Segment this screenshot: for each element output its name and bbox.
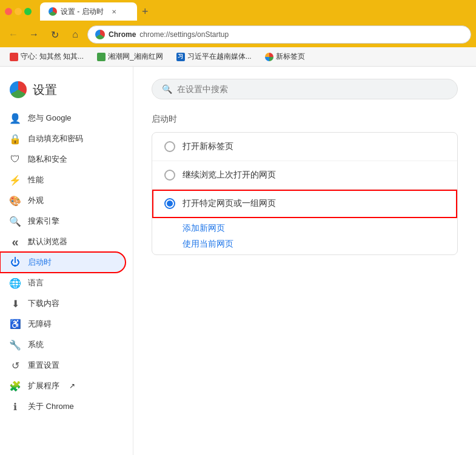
nav-bar: ← → ↻ ⌂ Chrome chrome://settings/onStart… <box>0 23 476 47</box>
bookmark-icon-xijinping: 习 <box>176 53 185 61</box>
sidebar-item-label: 隐私和安全 <box>28 154 67 165</box>
sidebar-item-label: 外观 <box>28 195 44 206</box>
extensions-icon: 🧩 <box>10 380 21 391</box>
sidebar-item-label: 启动时 <box>28 257 52 268</box>
download-icon: ⬇ <box>10 298 21 309</box>
window-min-btn[interactable] <box>15 8 22 15</box>
chrome-logo-icon <box>10 81 27 98</box>
sidebar-item-google[interactable]: 👤 您与 Google <box>0 108 126 128</box>
tab-favicon-icon <box>49 7 57 16</box>
sidebar-item-download[interactable]: ⬇ 下载内容 <box>0 293 126 314</box>
sidebar-item-label: 扩展程序 <box>28 380 59 391</box>
power-icon: ⏻ <box>10 257 21 268</box>
system-icon: 🔧 <box>10 339 21 350</box>
option-label-continue: 继续浏览上次打开的网页 <box>183 170 276 181</box>
external-link-icon: ↗ <box>69 382 75 390</box>
sidebar-item-label: 性能 <box>28 174 44 185</box>
bookmark-newtab[interactable]: 新标签页 <box>261 50 309 63</box>
sidebar-nav: 👤 您与 Google 🔒 自动填充和密码 🛡 隐私和安全 ⚡ 性能 🎨 <box>0 108 133 417</box>
add-new-page-link[interactable]: 添加新网页 <box>183 223 445 234</box>
sidebar-item-label: 搜索引擎 <box>28 216 59 227</box>
radio-continue[interactable] <box>164 170 175 181</box>
sidebar-title: 设置 <box>33 82 57 98</box>
window-close-btn[interactable] <box>5 8 12 15</box>
radio-specific[interactable] <box>164 198 175 209</box>
reset-icon: ↺ <box>10 360 21 371</box>
sidebar-item-extensions[interactable]: 🧩 扩展程序 ↗ <box>0 376 126 396</box>
new-tab-btn[interactable]: + <box>137 3 153 21</box>
info-icon: ℹ <box>10 401 21 412</box>
sidebar-item-label: 关于 Chrome <box>28 401 74 412</box>
bookmark-shuxin[interactable]: 守心: 知其然 知其... <box>6 50 87 63</box>
bookmark-xiangchao[interactable]: 湘潮网_湘南红网 <box>93 50 167 63</box>
sidebar: 设置 👤 您与 Google 🔒 自动填充和密码 🛡 隐私和安全 ⚡ 性能 <box>0 67 133 455</box>
sidebar-item-label: 默认浏览器 <box>28 236 67 247</box>
sidebar-item-search[interactable]: 🔍 搜索引擎 <box>0 211 126 231</box>
sub-links: 添加新网页 使用当前网页 <box>152 218 457 254</box>
address-bar[interactable]: Chrome chrome://settings/onStartup <box>87 25 471 44</box>
sidebar-item-autofill[interactable]: 🔒 自动填充和密码 <box>0 128 126 149</box>
tab-title: 设置 - 启动时 <box>61 7 104 17</box>
sidebar-item-label: 下载内容 <box>28 298 59 309</box>
option-label-specific: 打开特定网页或一组网页 <box>183 198 276 209</box>
address-brand: Chrome <box>109 30 136 39</box>
forward-btn[interactable]: → <box>25 26 42 43</box>
search-input[interactable] <box>177 84 448 94</box>
options-card: 打开新标签页 继续浏览上次打开的网页 打开特定网页或一组网页 添加新网页 使用当… <box>152 132 458 255</box>
window-max-btn[interactable] <box>24 8 32 15</box>
active-tab[interactable]: 设置 - 启动时 ✕ <box>40 2 137 21</box>
content-area: 设置 👤 您与 Google 🔒 自动填充和密码 🛡 隐私和安全 ⚡ 性能 <box>0 67 476 455</box>
sidebar-item-appearance[interactable]: 🎨 外观 <box>0 190 126 211</box>
sidebar-item-language[interactable]: 🌐 语言 <box>0 273 126 293</box>
use-current-page-link[interactable]: 使用当前网页 <box>183 239 445 250</box>
option-specific[interactable]: 打开特定网页或一组网页 <box>152 190 457 218</box>
title-bar: 设置 - 启动时 ✕ + <box>0 0 476 23</box>
sidebar-item-accessibility[interactable]: ♿ 无障碍 <box>0 314 126 334</box>
reload-btn[interactable]: ↻ <box>46 26 63 43</box>
accessibility-icon: ♿ <box>10 319 21 330</box>
sidebar-item-label: 无障碍 <box>28 319 52 330</box>
sidebar-item-label: 您与 Google <box>28 113 72 124</box>
address-url: chrome://settings/onStartup <box>139 30 229 39</box>
tab-bar: 设置 - 启动时 ✕ + <box>40 2 471 21</box>
radio-selected-dot <box>167 201 173 207</box>
sidebar-item-label: 重置设置 <box>28 360 59 371</box>
sidebar-item-default-browser[interactable]: « 默认浏览器 <box>0 231 126 252</box>
bookmark-label: 守心: 知其然 知其... <box>21 51 84 62</box>
search-bar[interactable]: 🔍 <box>152 79 458 99</box>
default-browser-icon: « <box>10 236 21 247</box>
home-btn[interactable]: ⌂ <box>67 26 84 43</box>
bookmark-label: 新标签页 <box>276 51 305 62</box>
sidebar-item-startup[interactable]: ⏻ 启动时 <box>0 252 126 273</box>
sidebar-item-label: 语言 <box>28 277 44 288</box>
performance-icon: ⚡ <box>10 174 21 185</box>
bookmark-icon-newtab <box>265 53 273 61</box>
lock-icon: 🔒 <box>10 133 21 144</box>
bookmark-xijinping[interactable]: 习 习近平在越南媒体... <box>173 50 255 63</box>
sidebar-item-reset[interactable]: ↺ 重置设置 <box>0 355 126 376</box>
tab-close-btn[interactable]: ✕ <box>110 7 118 16</box>
sidebar-item-performance[interactable]: ⚡ 性能 <box>0 170 126 190</box>
bookmark-icon-shuxin <box>10 53 18 61</box>
option-continue[interactable]: 继续浏览上次打开的网页 <box>152 161 457 190</box>
search-icon: 🔍 <box>162 84 172 94</box>
option-new-tab[interactable]: 打开新标签页 <box>152 133 457 161</box>
radio-new-tab[interactable] <box>164 141 175 152</box>
shield-icon: 🛡 <box>10 154 21 165</box>
browser-frame: 设置 - 启动时 ✕ + ← → ↻ ⌂ Chrome chrome://set… <box>0 0 476 455</box>
sidebar-item-label: 自动填充和密码 <box>28 133 83 144</box>
sidebar-header: 设置 <box>0 76 133 108</box>
appearance-icon: 🎨 <box>10 195 21 206</box>
main-content: 🔍 启动时 打开新标签页 继续浏览上次打开的网页 打开特定网页或一组网页 <box>133 67 476 455</box>
sidebar-item-system[interactable]: 🔧 系统 <box>0 334 126 355</box>
sidebar-item-about[interactable]: ℹ 关于 Chrome <box>0 396 126 417</box>
sidebar-item-privacy[interactable]: 🛡 隐私和安全 <box>0 149 126 170</box>
bookmark-icon-xiangchao <box>97 53 106 61</box>
bookmark-label: 湘潮网_湘南红网 <box>108 51 163 62</box>
bookmarks-bar: 守心: 知其然 知其... 湘潮网_湘南红网 习 习近平在越南媒体... 新标签… <box>0 47 476 67</box>
bookmark-label: 习近平在越南媒体... <box>187 51 252 62</box>
chrome-favicon-icon <box>95 30 105 39</box>
option-label-new-tab: 打开新标签页 <box>183 141 233 152</box>
search-engine-icon: 🔍 <box>10 216 21 227</box>
back-btn[interactable]: ← <box>5 26 22 43</box>
